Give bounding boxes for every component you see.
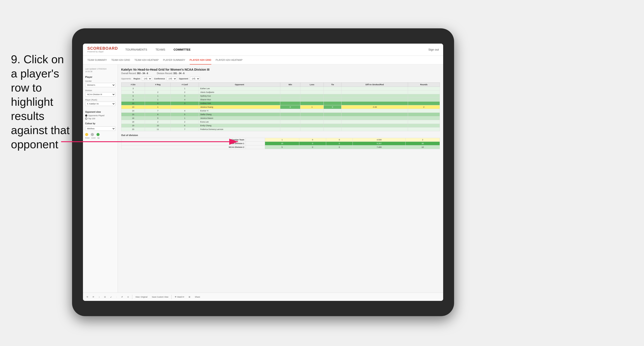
radio-opponents-played-label: Opponents Played <box>88 115 104 117</box>
table-row[interactable]: 1691Jessica Mason <box>122 116 440 120</box>
legend-up-label: Up <box>97 137 100 139</box>
sidebar-timestamp: Last Updated: 27/03/202416:55:38 <box>85 68 116 73</box>
tab-team-h2h-grid[interactable]: TEAM H2H GRID <box>111 56 130 65</box>
toolbar-save-custom-view[interactable]: Save Custom View <box>150 295 170 299</box>
filter-row: Opponents: Region (All) Conference (All) <box>121 77 440 81</box>
radio-opponents-played[interactable]: Opponents Played <box>85 115 116 117</box>
logo: SCOREBOARD <box>87 46 118 50</box>
tab-team-summary[interactable]: TEAM SUMMARY <box>87 56 107 65</box>
h2h-table: # Div # Reg # Conf Opponent Win Loss Tie… <box>121 82 440 131</box>
table-row[interactable]: 522Alexis Sudjianto <box>122 90 440 94</box>
opponents-filter-label: Opponents: <box>121 78 132 80</box>
record-row: Overall Record: 353 - 34 - 6 Division Re… <box>121 72 440 75</box>
overall-record-label: Overall Record: 353 - 34 - 6 <box>121 72 148 75</box>
opponent-view-title: Opponent view <box>85 111 116 113</box>
division-select[interactable]: NCAA Division III <box>85 92 116 97</box>
gender-select[interactable]: Women's <box>85 83 116 87</box>
toolbar-separator-2 <box>171 295 172 299</box>
conference-select[interactable]: (All) <box>167 77 177 81</box>
nav-items: TOURNAMENTS TEAMS COMMITTEE <box>124 44 428 56</box>
th-rounds: Rounds <box>408 83 440 87</box>
table-row[interactable]: 914Sharon Mun <box>122 98 440 102</box>
opponent-select[interactable]: (All) <box>190 77 200 81</box>
tab-player-summary[interactable]: PLAYER SUMMARY <box>163 56 185 65</box>
th-loss: Loss <box>300 83 324 87</box>
th-reg: # Reg <box>145 83 171 87</box>
colour-by-select[interactable]: Win/loss <box>85 127 116 131</box>
main-content: Last Updated: 27/03/202416:55:38 Player … <box>83 65 443 293</box>
table-row[interactable]: 613Sydney Kuo <box>122 94 440 98</box>
division-label: Division <box>85 89 116 92</box>
table-row[interactable]: 1822Euna Lee <box>122 120 440 124</box>
radio-top100-dot <box>85 118 87 120</box>
toolbar-grid[interactable]: ⊡ <box>103 295 107 299</box>
toolbar-dot[interactable]: · <box>115 295 118 299</box>
player-section-title: Player <box>85 76 116 78</box>
table-row[interactable]: 31Esther Lee <box>122 87 440 90</box>
toolbar-grid-btn[interactable]: ⊞ <box>187 295 192 299</box>
table-row[interactable]: 1474Eunice Yi <box>122 109 440 113</box>
th-opponent: Opponent <box>199 83 280 87</box>
th-conf: # Conf <box>171 83 199 87</box>
player-rank-select[interactable]: 8. Katelyn Vo <box>85 102 116 106</box>
table-row[interactable]: 131Jessica Huang010-3.002 <box>122 105 440 109</box>
sub-nav: TEAM SUMMARY TEAM H2H GRID TEAM H2H HEAT… <box>83 56 443 65</box>
right-panel: Katelyn Vo Head-to-Head Grid for Women's… <box>118 65 443 293</box>
out-div-row[interactable]: NCAA Division 25007.40010 <box>122 146 440 149</box>
tab-player-h2h-grid[interactable]: PLAYER H2H GRID <box>190 56 211 65</box>
sign-out-button[interactable]: Sign out <box>428 48 439 51</box>
table-row[interactable]: 19106Emily Chang <box>122 124 440 128</box>
tablet-frame: SCOREBOARD Powered by clippd TOURNAMENTS… <box>72 28 454 316</box>
toolbar-arrow[interactable]: ↙ <box>109 295 113 299</box>
legend-down-label: Down <box>85 137 90 139</box>
nav-committee[interactable]: COMMITTEE <box>173 44 192 56</box>
toolbar-view-original[interactable]: View: Original <box>134 295 149 299</box>
legend-labels: Down Level Up <box>85 137 116 139</box>
opponent-view-section: Opponent view Opponents Played Top 100 <box>85 111 116 120</box>
toolbar-circle[interactable]: ⊙ <box>126 295 130 299</box>
out-div-row[interactable]: NAIA Division 115009.26730 <box>122 142 440 146</box>
region-filter-group: Region (All) <box>134 77 152 81</box>
legend-down-circle <box>85 133 88 136</box>
out-of-division-table: Foreign Team1004.5002NAIA Division 11500… <box>121 138 440 149</box>
nav-tournaments[interactable]: TOURNAMENTS <box>124 44 148 56</box>
out-div-row[interactable]: Foreign Team1004.5002 <box>122 138 440 142</box>
toolbar-undo[interactable]: ⟲ <box>85 295 90 299</box>
table-header-row: # Div # Reg # Conf Opponent Win Loss Tie… <box>122 83 440 87</box>
opponent-label: Opponent <box>179 78 188 80</box>
toolbar-watch[interactable]: 👁 Watch ▾ <box>173 295 186 299</box>
region-label: Region <box>134 78 140 80</box>
colour-by-title: Colour by <box>85 122 116 125</box>
overall-record-val: 353 - 34 - 6 <box>137 72 148 75</box>
toolbar-refresh[interactable]: ↺ <box>120 295 124 299</box>
radio-opponents-played-dot <box>85 115 87 117</box>
radio-top100-label: Top 100 <box>88 118 95 120</box>
th-div: # Div <box>122 83 145 87</box>
nav-teams[interactable]: TEAMS <box>154 44 166 56</box>
gender-label: Gender <box>85 80 116 82</box>
table-row[interactable]: 20117Federica Domecq Lacroze <box>122 128 440 131</box>
toolbar-sort[interactable]: ↕ <box>97 295 101 299</box>
legend-level-circle <box>91 133 94 136</box>
tab-player-h2h-heatmap[interactable]: PLAYER H2H HEATMAP <box>216 56 242 65</box>
out-of-division-title: Out of division <box>121 134 440 137</box>
toolbar-separator-1 <box>132 295 132 299</box>
player-section: Player Gender Women's Division NCAA Divi… <box>85 76 116 108</box>
grid-title: Katelyn Vo Head-to-Head Grid for Women's… <box>121 68 440 71</box>
tablet-screen: SCOREBOARD Powered by clippd TOURNAMENTS… <box>83 44 443 301</box>
sidebar: Last Updated: 27/03/202416:55:38 Player … <box>83 65 118 293</box>
radio-top100[interactable]: Top 100 <box>85 118 116 120</box>
logo-area: SCOREBOARD Powered by clippd <box>87 46 118 53</box>
table-row[interactable]: 1585Stella Chang <box>122 113 440 116</box>
toolbar-redo[interactable]: ⟳ <box>91 295 96 299</box>
opponent-filter-group: Opponent (All) <box>179 77 200 81</box>
region-select[interactable]: (All) <box>142 77 152 81</box>
tab-team-h2h-heatmap[interactable]: TEAM H2H HEATMAP <box>134 56 159 65</box>
toolbar-share[interactable]: Share <box>194 295 201 299</box>
top-nav: SCOREBOARD Powered by clippd TOURNAMENTS… <box>83 44 443 56</box>
colour-by-section: Colour by Win/loss Down Level Up <box>85 122 116 139</box>
instruction-text: 9. Click on a player's row to highlight … <box>11 52 72 152</box>
table-row[interactable]: 1063Andrea York <box>122 102 440 105</box>
th-win: Win <box>280 83 300 87</box>
division-record-val: 331 - 34 - 6 <box>173 72 184 75</box>
